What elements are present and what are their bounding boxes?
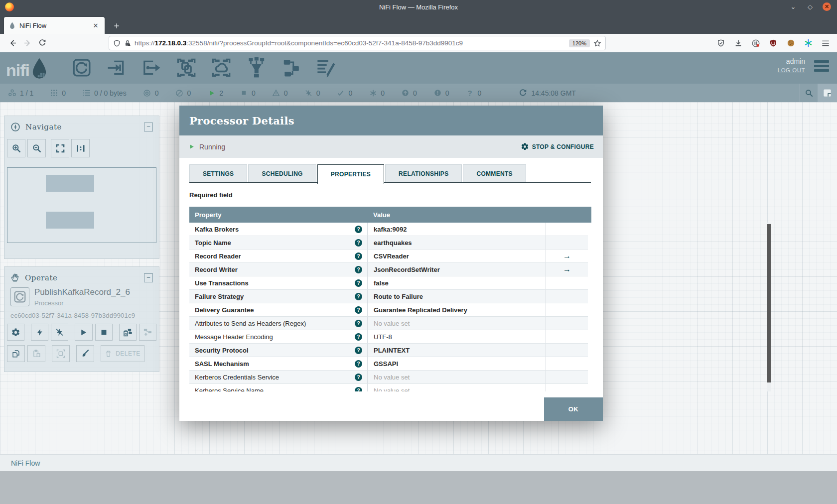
- help-icon[interactable]: ?: [355, 320, 362, 327]
- url-text[interactable]: https://172.18.0.3:32558/nifi/?processGr…: [135, 39, 565, 47]
- zoom-out-button[interactable]: [27, 139, 46, 157]
- help-icon[interactable]: ?: [355, 226, 362, 233]
- property-value: No value set: [374, 374, 410, 381]
- lock-warning-icon[interactable]: [124, 39, 131, 47]
- forward-button[interactable]: [20, 36, 35, 50]
- global-menu-button[interactable]: [814, 60, 829, 74]
- refresh-icon[interactable]: [519, 89, 527, 97]
- search-button[interactable]: [800, 84, 818, 102]
- component-type: Processor: [34, 299, 130, 307]
- property-value: CSVReader: [374, 252, 409, 260]
- back-button[interactable]: [5, 36, 20, 50]
- process-group-component-button[interactable]: [175, 57, 197, 78]
- start-button[interactable]: [75, 324, 92, 341]
- upload-template-button[interactable]: [139, 324, 156, 341]
- download-icon[interactable]: [733, 38, 744, 49]
- collapse-operate-icon[interactable]: −: [144, 273, 153, 282]
- bookmark-star-icon[interactable]: [593, 39, 601, 47]
- panel-toggle-button[interactable]: [818, 84, 837, 102]
- account-containers-icon[interactable]: [750, 38, 761, 49]
- goto-service-icon[interactable]: →: [563, 252, 571, 260]
- help-icon[interactable]: ?: [355, 347, 362, 354]
- table-scrollbar[interactable]: [767, 223, 771, 391]
- stop-button[interactable]: [95, 324, 113, 341]
- column-value: Value: [367, 211, 390, 219]
- template-component-button[interactable]: [280, 57, 302, 78]
- tab-comments[interactable]: COMMENTS: [463, 164, 526, 182]
- zoom-in-button[interactable]: [7, 139, 25, 157]
- help-icon[interactable]: ?: [355, 239, 362, 247]
- cookie-icon[interactable]: [785, 38, 796, 49]
- ublock-icon[interactable]: [768, 38, 779, 49]
- stat-cluster: 1 / 1: [8, 89, 33, 97]
- tab-properties[interactable]: PROPERTIES: [317, 164, 384, 184]
- output-port-component-button[interactable]: [140, 57, 162, 78]
- scrollbar-thumb[interactable]: [767, 224, 771, 382]
- check-icon: [336, 89, 345, 97]
- help-icon[interactable]: ?: [355, 293, 362, 300]
- tab-nifi-flow[interactable]: NiFi Flow ✕: [4, 17, 105, 34]
- zoom-fit-button[interactable]: [51, 139, 69, 157]
- new-tab-button[interactable]: [111, 20, 123, 32]
- ok-button[interactable]: OK: [544, 397, 603, 421]
- label-component-button[interactable]: [315, 57, 337, 78]
- help-icon[interactable]: ?: [355, 374, 362, 381]
- table-row: Kafka Brokers? kafka:9092: [189, 223, 588, 236]
- breadcrumb[interactable]: NiFi Flow: [11, 459, 40, 467]
- tab-settings[interactable]: SETTINGS: [189, 164, 247, 182]
- component-id: ec60cd03-52f7-341a-8458-97b3dd9901c9: [4, 307, 159, 319]
- maximize-button[interactable]: ◇: [806, 2, 815, 11]
- fill-color-button[interactable]: [76, 345, 94, 362]
- property-value: earthquakes: [374, 239, 412, 247]
- stop-and-configure-button[interactable]: STOP & CONFIGURE: [521, 142, 594, 151]
- input-port-component-button[interactable]: [106, 57, 128, 78]
- help-icon[interactable]: ?: [355, 333, 362, 341]
- tracking-shield-icon[interactable]: [113, 39, 121, 47]
- zoom-level-badge[interactable]: 120%: [569, 39, 590, 47]
- help-icon[interactable]: ?: [355, 266, 362, 273]
- property-name: Delivery Guarantee: [195, 306, 355, 314]
- help-icon[interactable]: ?: [355, 387, 362, 392]
- create-template-button[interactable]: [119, 324, 137, 341]
- menu-button[interactable]: [820, 38, 831, 49]
- dialog-header: Processor Details: [179, 106, 603, 135]
- logout-link[interactable]: LOG OUT: [778, 67, 805, 73]
- remote-process-group-component-button[interactable]: [210, 57, 232, 78]
- funnel-component-button[interactable]: [245, 57, 267, 78]
- configure-button[interactable]: [7, 324, 24, 341]
- delete-button[interactable]: DELETE: [101, 345, 144, 362]
- tab-close-icon[interactable]: ✕: [92, 22, 100, 29]
- paste-button[interactable]: [27, 345, 45, 362]
- processor-icon: [10, 287, 29, 306]
- reload-button[interactable]: [35, 36, 50, 50]
- tab-relationships[interactable]: RELATIONSHIPS: [385, 164, 462, 182]
- tab-scheduling[interactable]: SCHEDULING: [248, 164, 316, 182]
- protection-shield-icon[interactable]: [715, 38, 726, 49]
- group-button[interactable]: [52, 345, 70, 362]
- goto-service-icon[interactable]: →: [563, 265, 571, 274]
- disable-button[interactable]: [51, 324, 68, 341]
- copy-button[interactable]: [7, 345, 25, 362]
- minimize-button[interactable]: ⌄: [789, 2, 798, 11]
- property-value: No value set: [374, 320, 410, 327]
- enable-button[interactable]: [31, 324, 48, 341]
- help-icon[interactable]: ?: [355, 306, 362, 314]
- help-icon[interactable]: ?: [355, 360, 362, 368]
- property-name: Record Writer: [195, 266, 355, 273]
- help-icon[interactable]: ?: [355, 279, 362, 287]
- zoom-actual-size-button[interactable]: [71, 139, 90, 157]
- close-button[interactable]: ✕: [823, 2, 831, 11]
- stat-stopped: 0: [240, 89, 256, 97]
- property-value: kafka:9092: [374, 226, 407, 233]
- stat-invalid: 0: [272, 89, 288, 97]
- processor-component-button[interactable]: [71, 57, 93, 78]
- nifi-logo-text: nifi: [6, 60, 29, 80]
- minimap[interactable]: [7, 167, 156, 243]
- property-value: No value set: [374, 387, 410, 392]
- tab-favicon-drop-icon: [9, 22, 15, 29]
- nifi-header: nifi: [0, 52, 837, 84]
- url-bar[interactable]: https://172.18.0.3:32558/nifi/?processGr…: [109, 36, 606, 50]
- collapse-navigate-icon[interactable]: −: [144, 123, 153, 131]
- extension-asterisk-icon[interactable]: [803, 38, 814, 49]
- help-icon[interactable]: ?: [355, 252, 362, 260]
